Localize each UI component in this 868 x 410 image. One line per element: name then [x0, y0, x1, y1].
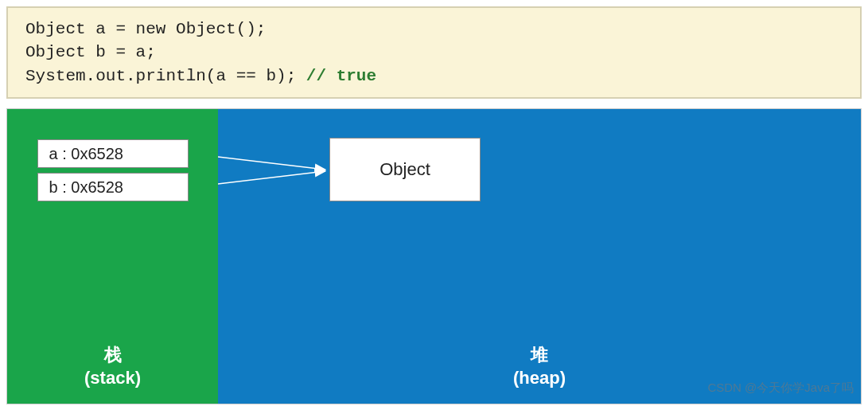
- memory-diagram: a : 0x6528 b : 0x6528 栈 (stack) Object 堆…: [6, 108, 862, 404]
- svg-line-1: [218, 154, 325, 170]
- code-comment: // true: [306, 67, 376, 85]
- svg-line-2: [218, 171, 325, 187]
- stack-column: a : 0x6528 b : 0x6528 栈 (stack): [7, 109, 218, 404]
- code-line-1: Object a = new Object();: [25, 18, 843, 41]
- stack-var-a: a : 0x6528: [37, 139, 189, 168]
- code-block: Object a = new Object(); Object b = a; S…: [6, 6, 862, 99]
- stack-var-b: b : 0x6528: [37, 173, 189, 201]
- heap-title-cn: 堆: [218, 344, 861, 367]
- stack-title-en: (stack): [7, 367, 218, 390]
- code-line-2: Object b = a;: [25, 41, 843, 64]
- stack-title-cn: 栈: [7, 344, 218, 367]
- code-line-3: System.out.println(a == b); // true: [25, 64, 843, 88]
- stack-label: 栈 (stack): [7, 344, 218, 389]
- heap-object-box: Object: [329, 138, 481, 201]
- heap-column: Object 堆 (heap): [218, 109, 861, 404]
- watermark-text: CSDN @今天你学Java了吗: [707, 381, 854, 396]
- code-line-3-code: System.out.println(a == b);: [25, 67, 306, 85]
